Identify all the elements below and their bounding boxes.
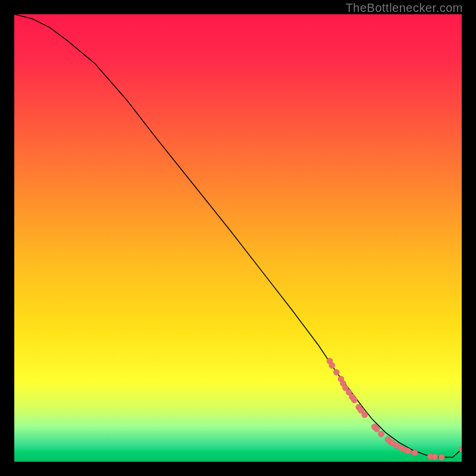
data-point: [329, 362, 335, 368]
data-point: [374, 426, 380, 432]
data-point: [439, 454, 444, 460]
data-point: [362, 412, 368, 418]
attribution-text: TheBottlenecker.com: [346, 1, 463, 15]
data-point: [405, 448, 411, 454]
plot-area: [14, 14, 462, 462]
data-point: [351, 397, 357, 403]
curve-line: [14, 14, 462, 458]
data-point: [333, 369, 339, 375]
chart-svg: [14, 14, 462, 462]
scatter-group: [327, 358, 462, 461]
data-point: [412, 450, 418, 456]
data-point: [432, 454, 438, 460]
data-point: [378, 431, 384, 437]
